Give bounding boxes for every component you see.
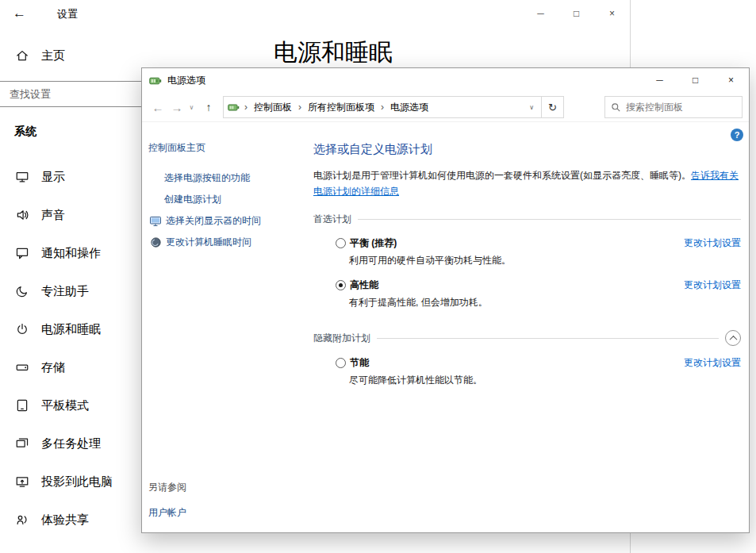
task-display-off-time[interactable]: 选择关闭显示器的时间: [148, 214, 307, 228]
change-plan-settings-link[interactable]: 更改计划设置: [684, 236, 741, 250]
home-icon: [14, 48, 30, 63]
display-icon: [14, 170, 30, 184]
close-button[interactable]: ×: [713, 68, 749, 92]
settings-window-title: 设置: [57, 7, 78, 21]
power-options-window: 电源选项 ─ □ × ← → ∨ ↑ › 控制面板 › 所有控制面板项 ›: [141, 67, 750, 533]
plan-row-balanced: 平衡 (推荐) 更改计划设置: [336, 236, 741, 250]
address-bar[interactable]: › 控制面板 › 所有控制面板项 › 电源选项 ∨: [223, 96, 542, 118]
window-title: 电源选项: [167, 74, 205, 87]
power-icon: [14, 322, 30, 336]
preferred-plans-section: 首选计划: [313, 213, 741, 226]
sidebar-item-label: 投影到此电脑: [41, 474, 113, 490]
refresh-button[interactable]: ↻: [542, 96, 564, 118]
task-link-label[interactable]: 创建电源计划: [164, 193, 221, 206]
sidebar-item-label: 主页: [41, 48, 65, 63]
plan-description: 尽可能降低计算机性能以节能。: [349, 374, 741, 387]
task-link-label[interactable]: 选择关闭显示器的时间: [166, 214, 261, 228]
sleep-icon: [148, 236, 163, 248]
storage-icon: [14, 360, 30, 374]
settings-titlebar: ← 设置 ─ □ ×: [0, 0, 630, 32]
control-panel-task-pane: 控制面板主页 选择电源按钮的功能 创建电源计划 选择关闭显示器的时间: [142, 122, 307, 532]
breadcrumb-separator-icon: ›: [241, 102, 251, 113]
back-button[interactable]: ←: [148, 101, 167, 114]
power-window-controls: ─ □ ×: [642, 68, 749, 92]
search-box[interactable]: [604, 96, 743, 118]
sound-icon: [14, 208, 30, 222]
focus-assist-icon: [14, 284, 30, 298]
plan-name: 节能: [350, 356, 369, 370]
task-link-label[interactable]: 选择电源按钮的功能: [164, 171, 250, 185]
maximize-button[interactable]: □: [558, 0, 594, 27]
collapse-section-button[interactable]: [725, 330, 741, 346]
notifications-icon: [14, 246, 30, 260]
hidden-plans-section: 隐藏附加计划: [313, 330, 741, 346]
intro-paragraph: 电源计划是用于管理计算机如何使用电源的一套硬件和系统设置(如显示器亮度、睡眠等)…: [313, 167, 741, 199]
search-input[interactable]: [626, 102, 736, 113]
change-plan-settings-link[interactable]: 更改计划设置: [684, 278, 741, 292]
section-label: 首选计划: [313, 213, 351, 226]
breadcrumb-separator-icon: ›: [295, 102, 305, 113]
balanced-radio[interactable]: [336, 238, 346, 248]
shared-experiences-icon: [14, 513, 30, 527]
sidebar-item-home[interactable]: 主页: [0, 41, 255, 70]
section-divider: [358, 219, 741, 220]
section-divider: [377, 338, 719, 339]
sidebar-item-label: 多任务处理: [41, 436, 101, 451]
multitasking-icon: [14, 436, 30, 451]
plan-row-high-performance: 高性能 更改计划设置: [336, 278, 741, 292]
minimize-button[interactable]: ─: [523, 0, 558, 27]
sidebar-item-label: 通知和操作: [41, 246, 101, 261]
task-power-buttons[interactable]: 选择电源按钮的功能: [148, 171, 307, 185]
intro-text: 电源计划是用于管理计算机如何使用电源的一套硬件和系统设置(如显示器亮度、睡眠等)…: [313, 170, 691, 181]
task-sleep-time[interactable]: 更改计算机睡眠时间: [148, 236, 307, 249]
plan-name: 平衡 (推荐): [350, 236, 397, 250]
content-heading: 选择或自定义电源计划: [313, 142, 741, 157]
sidebar-item-label: 电源和睡眠: [41, 322, 101, 337]
power-options-icon: [228, 102, 240, 113]
power-plans-content: 选择或自定义电源计划 电源计划是用于管理计算机如何使用电源的一套硬件和系统设置(…: [307, 122, 749, 532]
high-performance-radio[interactable]: [336, 280, 346, 290]
forward-button[interactable]: →: [167, 101, 186, 114]
sidebar-item-label: 专注助手: [41, 284, 89, 299]
see-also-header: 另请参阅: [148, 481, 186, 494]
back-icon[interactable]: ←: [13, 6, 26, 21]
power-options-body: 控制面板主页 选择电源按钮的功能 创建电源计划 选择关闭显示器的时间: [142, 122, 749, 532]
settings-window-controls: ─ □ ×: [523, 0, 630, 27]
page-title: 电源和睡眠: [274, 36, 630, 69]
breadcrumb-power-options[interactable]: 电源选项: [389, 99, 430, 116]
section-label: 隐藏附加计划: [313, 332, 370, 345]
minimize-button[interactable]: ─: [642, 68, 677, 92]
sidebar-item-label: 体验共享: [41, 513, 89, 528]
plan-description: 利用可用的硬件自动平衡功耗与性能。: [349, 254, 741, 267]
tablet-mode-icon: [14, 398, 30, 413]
address-dropdown-icon[interactable]: ∨: [526, 104, 537, 111]
projecting-icon: [14, 474, 30, 489]
maximize-button[interactable]: □: [677, 68, 713, 92]
see-also-group: 另请参阅 用户帐户: [148, 481, 186, 520]
sidebar-item-label: 声音: [41, 208, 65, 223]
sidebar-item-label: 平板模式: [41, 398, 89, 413]
task-link-label[interactable]: 更改计算机睡眠时间: [166, 236, 251, 249]
power-options-icon: [149, 75, 162, 87]
power-options-titlebar[interactable]: 电源选项 ─ □ ×: [142, 68, 749, 93]
search-icon: [611, 102, 621, 113]
plan-row-power-saver: 节能 更改计划设置: [336, 356, 741, 370]
display-time-icon: [148, 215, 163, 228]
power-saver-radio[interactable]: [336, 358, 346, 368]
breadcrumb-separator-icon: ›: [378, 102, 387, 113]
breadcrumb-all-items[interactable]: 所有控制面板项: [306, 99, 376, 116]
task-create-plan[interactable]: 创建电源计划: [148, 193, 307, 206]
sidebar-item-label: 显示: [41, 170, 65, 185]
plan-name: 高性能: [350, 278, 378, 292]
change-plan-settings-link[interactable]: 更改计划设置: [684, 356, 741, 370]
chevron-up-icon: [729, 335, 737, 343]
up-button[interactable]: ↑: [198, 101, 219, 113]
sidebar-item-label: 存储: [41, 360, 65, 375]
breadcrumb-control-panel[interactable]: 控制面板: [252, 99, 294, 116]
recent-pages-dropdown-icon[interactable]: ∨: [186, 104, 197, 111]
plan-description: 有利于提高性能, 但会增加功耗。: [349, 296, 741, 309]
navigation-toolbar: ← → ∨ ↑ › 控制面板 › 所有控制面板项 › 电源选项 ∨ ↻: [142, 93, 749, 122]
close-button[interactable]: ×: [594, 0, 630, 27]
control-panel-home-link[interactable]: 控制面板主页: [148, 141, 307, 155]
user-accounts-link[interactable]: 用户帐户: [148, 506, 186, 520]
